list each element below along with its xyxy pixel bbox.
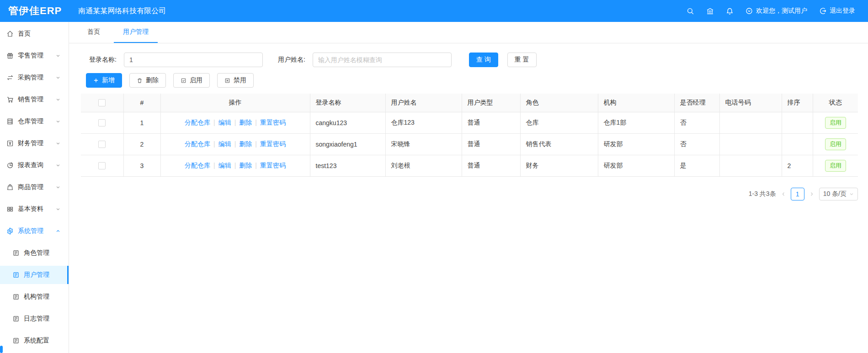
- table-toolbar: 新增 删除 启用 禁用: [86, 73, 868, 88]
- login-name-input[interactable]: [124, 53, 263, 67]
- sidebar-item-role-mgmt[interactable]: 角色管理: [0, 244, 69, 262]
- user-name-input[interactable]: [313, 53, 452, 67]
- reset-password-link[interactable]: 重置密码: [260, 119, 286, 126]
- edit-link[interactable]: 编辑: [218, 162, 231, 169]
- app-logo[interactable]: 管伊佳ERP: [8, 4, 62, 18]
- enable-button[interactable]: 启用: [173, 73, 210, 88]
- pie-chart-icon: [6, 162, 14, 169]
- edit-link[interactable]: 编辑: [218, 119, 231, 126]
- cell-org: 研发部: [598, 133, 674, 155]
- search-icon[interactable]: [687, 7, 694, 15]
- col-index: #: [123, 94, 160, 112]
- sidebar-item-log-mgmt[interactable]: 日志管理: [0, 310, 69, 328]
- cell-name: 刘老根: [385, 155, 462, 176]
- page-number-button[interactable]: 1: [791, 188, 804, 200]
- cell-phone: [719, 155, 782, 176]
- delete-link[interactable]: 删除: [239, 140, 252, 148]
- col-actions: 操作: [160, 94, 310, 112]
- chevron-down-icon: [56, 163, 60, 168]
- page-size-select[interactable]: 10 条/页: [819, 188, 858, 200]
- reset-password-link[interactable]: 重置密码: [260, 162, 286, 169]
- cell-role: 仓库: [520, 112, 598, 133]
- sidebar-item-reports[interactable]: 报表查询: [0, 156, 69, 174]
- sidebar-item-system-config[interactable]: 系统配置: [0, 332, 69, 350]
- sidebar-item-sales[interactable]: 销售管理: [0, 90, 69, 109]
- welcome-text: 欢迎您，测试用户: [756, 7, 807, 15]
- reset-button[interactable]: 重 置: [507, 53, 537, 67]
- cell-org: 研发部: [598, 155, 674, 176]
- col-login: 登录名称: [310, 94, 385, 112]
- cell-actions: 分配仓库|编辑|删除|重置密码: [160, 112, 310, 133]
- cell-manager: 否: [674, 133, 719, 155]
- row-checkbox[interactable]: [98, 162, 106, 169]
- chevron-down-icon: [56, 141, 60, 146]
- cell-phone: [719, 112, 782, 133]
- next-page-icon[interactable]: [809, 191, 815, 197]
- assign-warehouse-link[interactable]: 分配仓库: [185, 162, 210, 169]
- pagination-total: 1-3 共3条: [749, 190, 776, 198]
- plus-icon: [93, 78, 99, 83]
- row-checkbox[interactable]: [98, 119, 106, 126]
- sidebar-item-finance[interactable]: 财务管理: [0, 134, 69, 153]
- status-badge: 启用: [825, 117, 846, 129]
- sidebar-scrollbar-thumb[interactable]: [0, 346, 3, 353]
- cell-role: 销售代表: [520, 133, 598, 155]
- document-icon: [12, 271, 20, 279]
- cell-login: songxiaofeng1: [310, 133, 385, 155]
- reset-password-link[interactable]: 重置密码: [260, 140, 286, 148]
- page-size-value: 10 条/页: [823, 190, 847, 198]
- cell-login: test123: [310, 155, 385, 176]
- col-manager: 是否经理: [674, 94, 719, 112]
- cell-sort: 2: [782, 155, 813, 176]
- bag-icon: [6, 184, 14, 191]
- assign-warehouse-link[interactable]: 分配仓库: [185, 140, 210, 148]
- sidebar-item-goods[interactable]: 商品管理: [0, 178, 69, 196]
- login-name-label: 登录名称:: [89, 56, 117, 64]
- table-row: 2 分配仓库|编辑|删除|重置密码 songxiaofeng1 宋晓锋 普通 销…: [81, 133, 858, 155]
- disable-button[interactable]: 禁用: [217, 73, 254, 88]
- x-square-icon: [224, 78, 230, 84]
- sidebar-item-system[interactable]: 系统管理: [0, 222, 69, 240]
- main-content: 首页 用户管理 登录名称: 用户姓名: 查 询 重 置 新增 删除 启用 禁用: [69, 22, 868, 353]
- cell-index: 2: [123, 133, 160, 155]
- gift-icon: [6, 52, 14, 59]
- delete-link[interactable]: 删除: [239, 162, 252, 169]
- col-status: 状态: [813, 94, 858, 112]
- row-checkbox[interactable]: [98, 141, 106, 148]
- logout-button[interactable]: 退出登录: [819, 7, 855, 15]
- bank-icon[interactable]: [706, 7, 714, 15]
- edit-link[interactable]: 编辑: [218, 140, 231, 148]
- assign-warehouse-link[interactable]: 分配仓库: [185, 119, 210, 126]
- sidebar-item-retail[interactable]: 零售管理: [0, 47, 69, 65]
- delete-button[interactable]: 删除: [129, 73, 166, 88]
- system-submenu: 角色管理 用户管理 机构管理 日志管理 系统配置: [0, 244, 69, 350]
- cell-name: 仓库123: [385, 112, 462, 133]
- search-button[interactable]: 查 询: [469, 53, 498, 67]
- sidebar-item-warehouse[interactable]: 仓库管理: [0, 112, 69, 131]
- cell-type: 普通: [462, 155, 520, 176]
- check-square-icon: [181, 78, 186, 84]
- prev-page-icon[interactable]: [781, 191, 786, 197]
- sidebar-item-home[interactable]: 首页: [0, 25, 69, 43]
- table-header-row: # 操作 登录名称 用户姓名 用户类型 角色 机构 是否经理 电话号码 排序 状…: [81, 94, 858, 112]
- chevron-up-icon: [56, 229, 60, 233]
- tab-user-mgmt[interactable]: 用户管理: [114, 22, 158, 43]
- select-all-checkbox[interactable]: [98, 99, 106, 106]
- add-button[interactable]: 新增: [86, 73, 122, 88]
- delete-link[interactable]: 删除: [239, 119, 252, 126]
- sidebar-item-org-mgmt[interactable]: 机构管理: [0, 288, 69, 306]
- bell-icon[interactable]: [726, 7, 734, 15]
- cart-icon: [6, 96, 14, 103]
- tab-home[interactable]: 首页: [78, 22, 109, 43]
- swap-icon: [6, 74, 14, 81]
- user-menu[interactable]: 欢迎您，测试用户: [746, 7, 807, 15]
- document-icon: [12, 315, 20, 322]
- sidebar-item-basic-data[interactable]: 基本资料: [0, 200, 69, 218]
- user-circle-icon: [746, 7, 753, 15]
- company-name: 南通某某网络科技有限公司: [78, 6, 166, 16]
- status-badge: 启用: [825, 160, 846, 172]
- sidebar-item-user-mgmt[interactable]: 用户管理: [0, 266, 69, 284]
- storage-icon: [6, 118, 14, 125]
- chevron-down-icon: [56, 185, 60, 190]
- sidebar-item-purchase[interactable]: 采购管理: [0, 68, 69, 87]
